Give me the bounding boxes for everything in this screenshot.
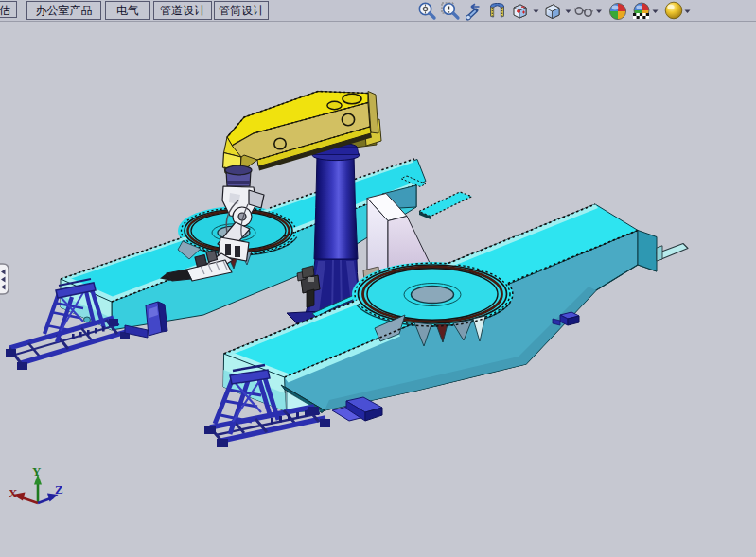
svg-text:Y: Y bbox=[32, 464, 42, 479]
svg-text:Z: Z bbox=[55, 482, 63, 496]
svg-text:X: X bbox=[9, 486, 18, 500]
